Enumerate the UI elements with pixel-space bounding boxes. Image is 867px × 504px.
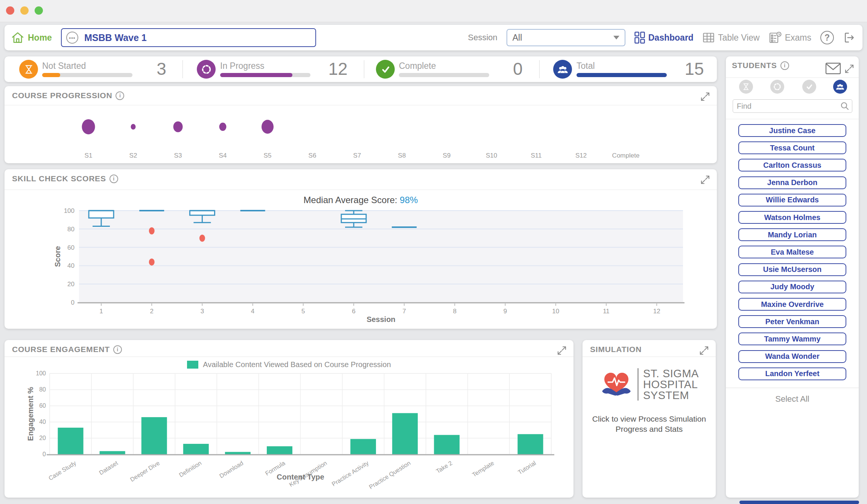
- svg-text:60: 60: [67, 244, 75, 251]
- select-all-button[interactable]: Select All: [726, 394, 859, 404]
- status-summary-bar: Not Started 3 In Progress 12 Complete 0: [5, 56, 717, 82]
- student-button[interactable]: Carlton Crassus: [738, 159, 846, 172]
- session-dropdown[interactable]: All: [507, 29, 625, 46]
- filter-complete-icon[interactable]: [802, 80, 816, 94]
- expand-icon[interactable]: [700, 175, 710, 185]
- student-button[interactable]: Landon Yerfeet: [738, 367, 846, 380]
- svg-text:40: 40: [39, 419, 46, 425]
- close-window-button[interactable]: [6, 6, 14, 15]
- svg-text:S9: S9: [443, 152, 451, 159]
- svg-text:Engagement %: Engagement %: [26, 387, 35, 441]
- stat-label: Complete: [399, 61, 436, 71]
- student-button[interactable]: Tessa Count: [738, 141, 846, 154]
- info-icon[interactable]: i: [780, 61, 789, 70]
- find-students-input[interactable]: [733, 99, 852, 113]
- search-icon: [840, 102, 849, 112]
- info-icon[interactable]: i: [110, 175, 118, 183]
- svg-text:4: 4: [251, 308, 254, 315]
- svg-text:Tutorial: Tutorial: [517, 460, 537, 475]
- svg-text:11: 11: [603, 308, 610, 315]
- student-button[interactable]: Willie Edwards: [738, 194, 846, 206]
- svg-text:Case Study: Case Study: [47, 460, 77, 481]
- expand-icon[interactable]: [699, 346, 709, 355]
- filter-not-started-icon[interactable]: [739, 80, 753, 94]
- tab-dashboard[interactable]: Dashboard: [634, 32, 694, 44]
- expand-icon[interactable]: [844, 64, 854, 74]
- home-button[interactable]: Home: [28, 33, 52, 43]
- student-button[interactable]: Mandy Lorian: [738, 228, 846, 241]
- course-engagement-panel: COURSE ENGAGEMENT i Available Content Vi…: [5, 340, 573, 498]
- envelope-icon[interactable]: [825, 62, 841, 74]
- hospital-logo[interactable]: ST. SIGMA HOSPITAL SYSTEM: [598, 366, 699, 403]
- divider: [583, 357, 716, 357]
- expand-icon[interactable]: [700, 92, 710, 102]
- svg-text:Practice Question: Practice Question: [368, 460, 412, 490]
- divider: [5, 357, 573, 357]
- svg-text:Complete: Complete: [612, 152, 640, 159]
- stat-progressbar: [220, 73, 310, 77]
- course-name-field[interactable]: •••: [61, 28, 316, 47]
- student-button[interactable]: Justine Case: [738, 124, 846, 137]
- svg-text:2: 2: [150, 308, 153, 315]
- stat-count: 12: [321, 59, 355, 79]
- heart-hands-icon: [598, 366, 635, 403]
- stat-count: 0: [501, 59, 535, 79]
- info-icon[interactable]: i: [113, 345, 122, 354]
- svg-text:Content Type: Content Type: [277, 473, 324, 481]
- svg-text:S2: S2: [129, 152, 137, 159]
- logout-icon[interactable]: [843, 31, 856, 44]
- svg-text:Download: Download: [218, 460, 244, 479]
- simulation-panel[interactable]: SIMULATION ST. SIGMA HOSPITAL SYSTEM: [583, 340, 716, 498]
- tab-table-view[interactable]: Table View: [703, 32, 760, 44]
- svg-text:60: 60: [39, 402, 46, 409]
- panel-title: SKILL CHECK SCORES: [12, 174, 106, 183]
- student-button[interactable]: Watson Holmes: [738, 211, 846, 224]
- student-button[interactable]: Usie McUserson: [738, 263, 846, 276]
- svg-text:20: 20: [67, 281, 75, 288]
- legend-swatch: [187, 361, 198, 369]
- home-icon[interactable]: [11, 31, 24, 44]
- student-button[interactable]: Peter Venkman: [738, 315, 846, 328]
- svg-text:Score: Score: [53, 246, 62, 267]
- filter-in-progress-icon[interactable]: [770, 80, 784, 94]
- divider: [183, 60, 183, 78]
- not-started-hourglass-icon: [19, 60, 38, 79]
- header-bar: Home ••• Session All Dashboard: [5, 25, 862, 50]
- table-icon: [703, 32, 715, 44]
- help-icon[interactable]: ?: [820, 31, 834, 44]
- student-button[interactable]: Tammy Wammy: [738, 332, 846, 345]
- stat-label: In Progress: [220, 61, 265, 71]
- svg-text:S12: S12: [575, 152, 587, 159]
- svg-text:S3: S3: [174, 152, 182, 159]
- exams-clipboard-icon: [769, 31, 782, 44]
- stat-progressbar: [576, 73, 667, 77]
- horizontal-scrollbar-thumb[interactable]: [739, 501, 859, 504]
- svg-text:S5: S5: [264, 152, 272, 159]
- minimize-window-button[interactable]: [20, 6, 29, 15]
- student-button[interactable]: Wanda Wonder: [738, 350, 846, 363]
- session-dropdown-value: All: [513, 33, 522, 43]
- course-name-input[interactable]: [84, 32, 296, 44]
- svg-text:100: 100: [36, 370, 46, 376]
- student-button[interactable]: Eva Maltese: [738, 246, 846, 258]
- simulation-caption[interactable]: Click to view Process Simulation Progres…: [592, 414, 707, 434]
- student-button[interactable]: Jenna Derbon: [738, 176, 846, 189]
- stat-progressbar: [399, 73, 489, 77]
- divider: [539, 60, 540, 78]
- info-icon[interactable]: i: [116, 91, 124, 100]
- filter-all-students-icon[interactable]: [833, 80, 847, 94]
- expand-icon[interactable]: [557, 346, 567, 355]
- divider: [5, 190, 717, 190]
- stat-count: 15: [677, 59, 711, 79]
- divider: [5, 105, 717, 105]
- panel-title: SIMULATION: [590, 345, 642, 354]
- tab-exams[interactable]: Exams: [769, 31, 811, 44]
- ellipsis-icon[interactable]: •••: [66, 32, 78, 44]
- svg-text:100: 100: [64, 207, 75, 214]
- student-button[interactable]: Judy Moody: [738, 281, 846, 293]
- zoom-window-button[interactable]: [35, 6, 43, 15]
- panel-title: COURSE PROGRESSION: [12, 91, 112, 100]
- svg-text:6: 6: [352, 308, 355, 315]
- svg-text:80: 80: [39, 386, 46, 393]
- student-button[interactable]: Maxine Overdrive: [738, 298, 846, 311]
